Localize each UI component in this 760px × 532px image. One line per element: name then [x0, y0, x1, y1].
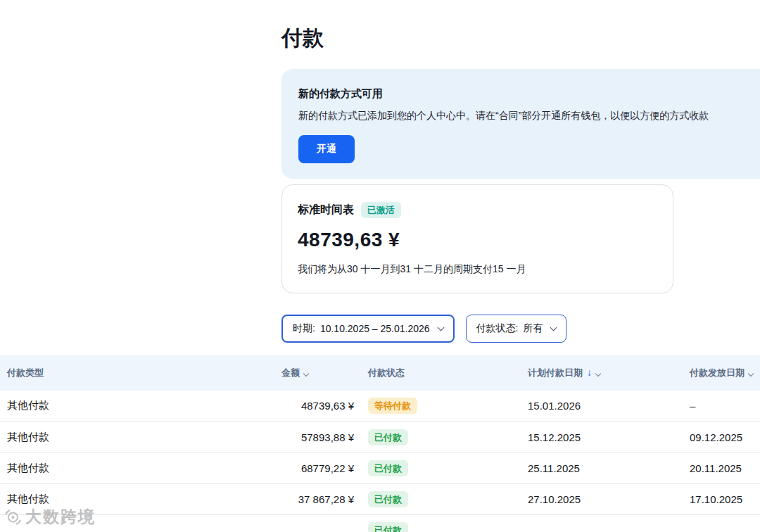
cell-amount: 48739,63 ¥ [281, 391, 355, 422]
cell-payout-date: 17.10.2025 [690, 483, 760, 514]
sort-descending-icon: ↓ [587, 367, 592, 378]
chevron-down-icon [303, 371, 309, 376]
schedule-description: 我们将为从30 十一月到31 十二月的周期支付15 一月 [298, 262, 657, 276]
header-amount-sort[interactable]: 金额 [281, 355, 355, 391]
header-planned-date-sort[interactable]: 计划付款日期↓ [528, 355, 690, 391]
table-row: 其他付款 48739,63 ¥ 等待付款 15.01.2026 – [0, 391, 760, 422]
new-payment-banner: 新的付款方式可用 新的付款方式已添加到您的个人中心中。请在“合同”部分开通所有钱… [281, 69, 760, 179]
chevron-down-icon [748, 371, 754, 376]
status-filter-label: 付款状态: [476, 322, 519, 335]
header-payment-status: 付款状态 [355, 355, 528, 391]
period-filter-label: 时期: [293, 322, 315, 335]
cell-planned-date: 15.01.2026 [528, 391, 690, 422]
cell-payout-date [690, 514, 760, 532]
schedule-title: 标准时间表 [298, 203, 354, 217]
cell-payout-date: – [690, 391, 760, 422]
header-payment-type: 付款类型 [0, 355, 281, 391]
table-header-row: 付款类型 金额 付款状态 计划付款日期↓ 付款发放日期 [0, 355, 760, 391]
status-filter-value: 所有 [523, 322, 543, 335]
table-row: 其他付款 57893,88 ¥ 已付款 15.12.2025 09.12.202… [0, 422, 760, 452]
schedule-amount: 48739,63 ¥ [298, 228, 657, 252]
payments-table: 付款类型 金额 付款状态 计划付款日期↓ 付款发放日期 其他付款 48739,6… [0, 355, 760, 532]
page-title: 付款 [281, 25, 760, 51]
status-badge: 已付款 [368, 491, 408, 507]
cell-payment-type: 其他付款 [0, 422, 281, 452]
cell-payment-type: 其他付款 [0, 391, 281, 422]
cell-payout-date: 09.12.2025 [690, 422, 760, 452]
banner-title: 新的付款方式可用 [298, 86, 743, 101]
table-row: 已付款 [0, 514, 760, 532]
cell-planned-date: 25.11.2025 [528, 452, 690, 483]
cell-amount: 37 867,28 ¥ [281, 483, 355, 514]
chevron-down-icon [595, 371, 601, 376]
cell-planned-date: 27.10.2025 [528, 483, 690, 514]
header-payout-date-sort[interactable]: 付款发放日期 [690, 355, 760, 391]
cell-planned-date: 15.12.2025 [528, 422, 690, 452]
filters-bar: 时期: 10.10.2025 – 25.01.2026 付款状态: 所有 [281, 315, 760, 343]
cell-payment-type [0, 514, 281, 532]
activated-badge: 已激活 [361, 202, 401, 218]
cell-amount [281, 514, 355, 532]
table-row: 其他付款 37 867,28 ¥ 已付款 27.10.2025 17.10.20… [0, 483, 760, 514]
period-filter-value: 10.10.2025 – 25.01.2026 [320, 323, 430, 334]
banner-body: 新的付款方式已添加到您的个人中心中。请在“合同”部分开通所有钱包，以便以方便的方… [298, 108, 743, 122]
chevron-down-icon [550, 324, 557, 331]
period-filter[interactable]: 时期: 10.10.2025 – 25.01.2026 [281, 315, 455, 343]
main-content: 付款 新的付款方式可用 新的付款方式已添加到您的个人中心中。请在“合同”部分开通… [281, 25, 760, 343]
status-filter[interactable]: 付款状态: 所有 [466, 315, 567, 343]
chevron-down-icon [437, 324, 444, 331]
table-row: 其他付款 68779,22 ¥ 已付款 25.11.2025 20.11.202… [0, 452, 760, 483]
cell-planned-date [528, 514, 690, 532]
status-badge: 等待付款 [368, 398, 417, 414]
activate-button[interactable]: 开通 [298, 135, 355, 163]
status-badge: 已付款 [368, 429, 408, 445]
cell-amount: 68779,22 ¥ [281, 452, 355, 483]
status-badge: 已付款 [368, 460, 408, 476]
cell-payment-type: 其他付款 [0, 483, 281, 514]
cell-payment-type: 其他付款 [0, 452, 281, 483]
cell-payout-date: 20.11.2025 [690, 452, 760, 483]
status-badge: 已付款 [368, 522, 408, 532]
schedule-card: 标准时间表 已激活 48739,63 ¥ 我们将为从30 十一月到31 十二月的… [281, 184, 673, 293]
cell-amount: 57893,88 ¥ [281, 422, 355, 452]
